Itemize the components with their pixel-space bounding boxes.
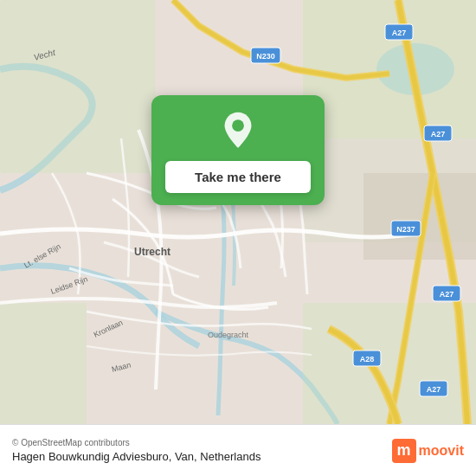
osm-credit: © OpenStreetMap contributors [12,438,392,447]
svg-text:N230: N230 [256,52,275,61]
location-title: Hagen Bouwkundig Adviesburo, Van, Nether… [12,450,392,463]
footer-info: © OpenStreetMap contributors Hagen Bouwk… [12,438,392,463]
svg-text:A28: A28 [360,355,375,363]
svg-text:Utrecht: Utrecht [134,246,170,258]
svg-text:A27: A27 [431,130,446,138]
svg-rect-2 [0,0,156,173]
map-container: A27 A27 A27 A27 N230 N237 A28 Vecht Utre… [0,0,476,424]
moovit-logo: m moovit [392,439,464,463]
location-card: Take me there [151,95,325,205]
take-me-there-button[interactable]: Take me there [165,161,311,193]
svg-text:Oudegracht: Oudegracht [208,331,249,339]
footer: © OpenStreetMap contributors Hagen Bouwk… [0,424,476,476]
svg-text:A27: A27 [427,385,441,394]
map-background: A27 A27 A27 A27 N230 N237 A28 Vecht Utre… [0,0,476,424]
location-pin-icon [217,111,259,152]
svg-text:A27: A27 [392,29,407,37]
svg-rect-3 [303,0,476,138]
svg-rect-5 [0,303,87,424]
svg-text:N237: N237 [396,225,415,234]
moovit-logo-area: m moovit [392,439,464,463]
svg-text:A27: A27 [440,290,454,299]
svg-point-30 [232,119,244,132]
moovit-letter: m [392,439,416,463]
moovit-wordmark: moovit [419,443,464,459]
